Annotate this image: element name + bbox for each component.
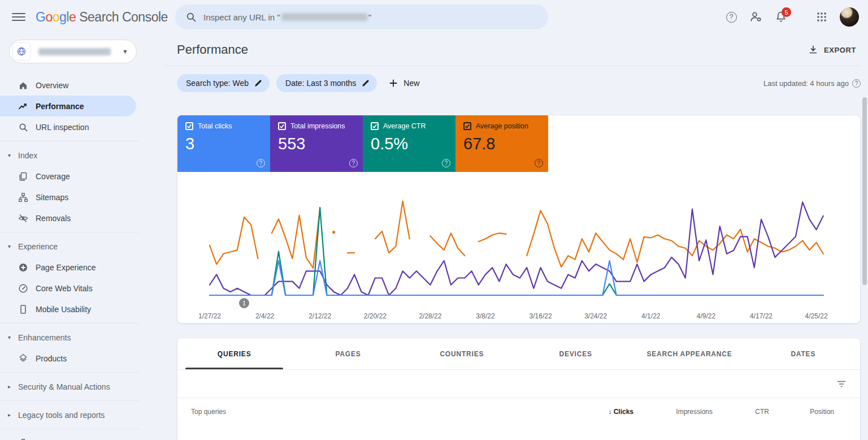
sidebar-section-experience[interactable]: ▾Experience xyxy=(0,236,141,257)
sidebar-section-label: Legacy tools and reports xyxy=(18,411,105,420)
redacted-property-name xyxy=(38,48,111,55)
pencil-icon xyxy=(361,79,370,88)
sidebar-item-overview[interactable]: Overview xyxy=(0,75,141,96)
series-line-total-impressions[interactable] xyxy=(210,202,823,295)
export-button[interactable]: EXPORT xyxy=(804,41,861,58)
sidebar-section-legacy-tools-and-reports[interactable]: ▸Legacy tools and reports xyxy=(0,404,141,425)
page-experience-icon xyxy=(18,262,28,273)
plus-icon xyxy=(388,78,398,88)
chevron-right-icon: ▸ xyxy=(8,412,18,418)
checked-checkbox-icon[interactable] xyxy=(185,122,193,130)
search-placeholder-prefix: Inspect any URL in " xyxy=(203,12,280,22)
hamburger-menu-icon[interactable] xyxy=(12,10,25,24)
tab-countries[interactable]: COUNTRIES xyxy=(405,338,519,369)
date-range-chip[interactable]: Date: Last 3 months xyxy=(276,74,377,92)
page-scrollbar-thumb[interactable] xyxy=(862,97,867,285)
column-header-impressions[interactable]: Impressions xyxy=(633,408,713,416)
sidebar-item-url-inspection[interactable]: URL inspection xyxy=(0,117,141,137)
chevron-down-icon: ▾ xyxy=(8,334,18,340)
sidebar-item-mobile-usability[interactable]: Mobile Usability xyxy=(0,299,141,320)
metric-card-average-position[interactable]: Average position67.8? xyxy=(455,115,548,172)
tab-search-appearance[interactable]: SEARCH APPEARANCE xyxy=(632,338,746,369)
checked-checkbox-icon[interactable] xyxy=(371,122,379,130)
page-title: Performance xyxy=(177,42,248,57)
sidebar-item-label: Performance xyxy=(36,102,84,111)
app-header: GoogleSearch Console Inspect any URL in … xyxy=(0,0,868,34)
notification-badge: 5 xyxy=(782,7,791,17)
user-settings-button[interactable] xyxy=(745,6,767,28)
tab-queries[interactable]: QUERIES xyxy=(177,338,291,369)
metric-card-average-ctr[interactable]: Average CTR0.5%? xyxy=(363,115,455,172)
search-type-chip[interactable]: Search type: Web xyxy=(177,74,270,92)
account-avatar[interactable] xyxy=(840,7,859,27)
download-icon xyxy=(808,45,818,55)
sidebar-section-enhancements[interactable]: ▾Enhancements xyxy=(0,327,141,348)
page-header: Performance EXPORT xyxy=(164,34,861,66)
help-icon[interactable]: ? xyxy=(442,159,450,167)
products-icon xyxy=(18,353,28,364)
sidebar-item-page-experience[interactable]: Page Experience xyxy=(0,257,141,278)
help-button[interactable]: ? xyxy=(720,6,743,28)
chevron-right-icon: ▸ xyxy=(8,383,18,390)
filter-icon[interactable] xyxy=(836,379,847,389)
column-header-clicks[interactable]: ↓ Clicks xyxy=(549,408,633,416)
tab-label: PAGES xyxy=(335,350,361,358)
sidebar-divider xyxy=(0,400,140,401)
x-axis-tick-label: 1/27/22 xyxy=(198,312,221,320)
sidebar-item-products[interactable]: Products xyxy=(0,348,141,369)
removals-icon xyxy=(18,213,28,223)
last-updated-text: Last updated: 4 hours ago xyxy=(763,79,849,88)
column-header-position[interactable]: Position xyxy=(769,408,834,416)
notifications-button[interactable]: 5 xyxy=(770,6,792,28)
google-logo-letter: o xyxy=(53,10,59,24)
sidebar-divider xyxy=(0,372,140,373)
sidebar-item-performance[interactable]: Performance xyxy=(0,96,136,117)
tab-devices[interactable]: DEVICES xyxy=(519,338,632,369)
metric-card-total-impressions[interactable]: Total impressions553? xyxy=(270,115,363,172)
x-axis-tick-label: 4/9/22 xyxy=(697,312,716,320)
sidebar-item-removals[interactable]: Removals xyxy=(0,208,141,228)
x-axis-tick-label: 4/25/22 xyxy=(805,312,828,320)
dimensions-table-card: QUERIESPAGESCOUNTRIESDEVICESSEARCH APPEA… xyxy=(177,338,861,440)
export-label: EXPORT xyxy=(824,46,856,54)
help-icon[interactable]: ? xyxy=(852,79,861,88)
sidebar-item-links[interactable]: Links xyxy=(0,433,141,440)
series-line-total-clicks[interactable] xyxy=(210,261,823,295)
x-axis-tick-label: 4/17/22 xyxy=(750,312,772,320)
column-header-ctr[interactable]: CTR xyxy=(713,408,769,416)
help-icon[interactable]: ? xyxy=(535,159,543,167)
tab-pages[interactable]: PAGES xyxy=(291,338,405,369)
help-icon[interactable]: ? xyxy=(349,159,358,167)
x-axis-tick-label: 4/1/22 xyxy=(641,312,661,320)
property-selector[interactable]: ▼ xyxy=(9,40,137,63)
home-icon xyxy=(18,80,28,90)
new-filter-button[interactable]: New xyxy=(388,78,419,88)
tab-label: QUERIES xyxy=(218,350,251,358)
sidebar-section-label: Enhancements xyxy=(18,333,71,342)
sidebar-item-label: Core Web Vitals xyxy=(36,284,93,293)
url-inspect-search-input[interactable]: Inspect any URL in " " xyxy=(175,5,548,29)
metric-card-total-clicks[interactable]: Total clicks3? xyxy=(177,115,270,172)
metric-value: 3 xyxy=(185,135,262,153)
performance-line-chart[interactable]: 11/27/222/4/222/12/222/20/222/28/223/8/2… xyxy=(177,175,861,323)
x-axis-tick-label: 2/12/22 xyxy=(309,312,331,320)
google-apps-button[interactable] xyxy=(810,6,833,28)
sidebar-item-label: Page Experience xyxy=(36,263,96,272)
tab-dates[interactable]: DATES xyxy=(747,338,860,369)
sidebar-item-sitemaps[interactable]: Sitemaps xyxy=(0,187,141,208)
checked-checkbox-icon[interactable] xyxy=(278,122,286,130)
checked-checkbox-icon[interactable] xyxy=(463,122,471,130)
sidebar-section-security-manual-actions[interactable]: ▸Security & Manual Actions xyxy=(0,376,141,397)
sidebar-item-label: Overview xyxy=(36,81,68,90)
sidebar-item-core-web-vitals[interactable]: Core Web Vitals xyxy=(0,278,141,299)
sidebar-section-label: Security & Manual Actions xyxy=(18,382,110,391)
sidebar-section-index[interactable]: ▾Index xyxy=(0,145,141,166)
data-point-average-position[interactable] xyxy=(332,231,335,234)
x-axis-tick-label: 3/24/22 xyxy=(584,312,607,320)
metric-value: 553 xyxy=(278,135,355,153)
help-icon[interactable]: ? xyxy=(257,159,265,167)
tab-label: SEARCH APPEARANCE xyxy=(646,350,732,358)
series-line-average-position[interactable] xyxy=(210,201,823,268)
sidebar-item-coverage[interactable]: Coverage xyxy=(0,166,141,187)
sitemaps-icon xyxy=(18,192,28,202)
